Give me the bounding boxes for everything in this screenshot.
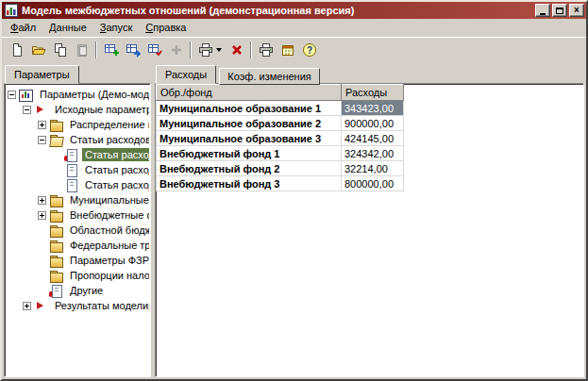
tree-item-other[interactable]: Другие bbox=[6, 283, 149, 298]
tree-item-root[interactable]: Параметры (Демо-модель-2. bbox=[6, 87, 149, 102]
copy-button[interactable] bbox=[49, 40, 71, 60]
tab-change-coefficients[interactable]: Коэф. изменения bbox=[219, 68, 320, 85]
tree-item-extrabudget-funds[interactable]: Внебюджетные фонд bbox=[6, 207, 149, 223]
expander-minus-icon[interactable] bbox=[23, 106, 31, 114]
grid-add-icon bbox=[104, 42, 119, 58]
tree-item-label: Пропорции налогов bbox=[67, 269, 149, 282]
new-button[interactable] bbox=[6, 40, 27, 60]
tab-parameters[interactable]: Параметры bbox=[5, 65, 79, 84]
expenses-panel: Обр./фонд Расходы Муниципальное образова… bbox=[155, 83, 584, 377]
document-icon bbox=[64, 164, 78, 176]
expander-plus-icon[interactable] bbox=[38, 211, 46, 220]
entity-cell[interactable]: Внебюджетный фонд 2 bbox=[157, 161, 342, 176]
tree-item-municipalities[interactable]: Муниципальные обра bbox=[6, 192, 149, 207]
expander-plus-icon[interactable] bbox=[38, 196, 46, 205]
table-row[interactable]: Внебюджетный фонд 3 800000,00 bbox=[157, 176, 404, 191]
menu-data[interactable]: Данные bbox=[42, 20, 93, 36]
table-row[interactable]: Муниципальное образование 1 343423,00 bbox=[157, 101, 404, 116]
tree-item-expense-article-2[interactable]: Статья расходов 2 bbox=[6, 162, 149, 177]
column-header-expenses[interactable]: Расходы bbox=[342, 85, 404, 101]
entity-cell[interactable]: Муниципальное образование 3 bbox=[157, 131, 342, 146]
window-title: Модель межбюджетных отношений (демонстра… bbox=[22, 5, 533, 16]
tree-item-model-results[interactable]: Результаты моделирован bbox=[6, 298, 149, 313]
expenses-cell[interactable]: 424145,00 bbox=[342, 131, 404, 146]
tree-item-expense-article-3[interactable]: Статья расходов 3 bbox=[6, 177, 149, 192]
toolbar-separator bbox=[250, 41, 252, 58]
red-x-icon bbox=[229, 42, 244, 58]
titlebar: Модель межбюджетных отношений (демонстра… bbox=[2, 2, 586, 19]
post-edit-button[interactable] bbox=[143, 40, 165, 60]
calendar-icon bbox=[280, 42, 295, 58]
entity-cell[interactable]: Муниципальное образование 2 bbox=[157, 116, 342, 131]
maximize-button[interactable] bbox=[552, 4, 567, 17]
tree-item-label: Параметры ФЗР bbox=[67, 254, 149, 267]
menubar: Файл Данные Запуск Справка bbox=[2, 19, 586, 37]
open-button[interactable] bbox=[27, 40, 49, 60]
expenses-cell[interactable]: 32214,00 bbox=[342, 161, 404, 176]
export-button[interactable] bbox=[194, 40, 226, 60]
menu-help[interactable]: Справка bbox=[139, 20, 193, 36]
expander-minus-icon[interactable] bbox=[38, 136, 46, 144]
app-window: Модель межбюджетных отношений (демонстра… bbox=[0, 0, 588, 381]
close-button[interactable]: × bbox=[569, 4, 584, 17]
menu-file[interactable]: Файл bbox=[4, 20, 42, 36]
minimize-button[interactable] bbox=[535, 4, 550, 17]
grid-post-icon bbox=[147, 42, 162, 58]
plus-icon bbox=[169, 42, 184, 58]
expenses-cell-selected[interactable]: 343423,00 bbox=[342, 101, 404, 116]
tree-item-label: Параметры (Демо-модель-2. bbox=[37, 88, 149, 101]
tree-item-expense-articles[interactable]: Статьи расходов bbox=[6, 132, 149, 147]
tree-item-tax-proportions[interactable]: Пропорции налогов bbox=[6, 268, 149, 283]
table-row[interactable]: Муниципальное образование 3 424145,00 bbox=[157, 131, 404, 146]
tree-item-label: Результаты моделирован bbox=[52, 299, 149, 312]
tree-item-label: Федеральные трансф bbox=[67, 239, 149, 252]
tab-expenses[interactable]: Расходы bbox=[156, 65, 216, 84]
folder-icon bbox=[49, 209, 63, 222]
expenses-cell[interactable]: 800000,00 bbox=[342, 176, 404, 191]
tree-item-regional-budget[interactable]: Областной бюджет bbox=[6, 223, 149, 238]
copy-pages-icon bbox=[53, 42, 68, 58]
column-header-entity[interactable]: Обр./фонд bbox=[157, 85, 342, 101]
folder-icon bbox=[49, 224, 63, 237]
schedule-button[interactable] bbox=[277, 40, 298, 60]
menu-run[interactable]: Запуск bbox=[93, 20, 139, 36]
tree-item-federal-transfers[interactable]: Федеральные трансф bbox=[6, 238, 149, 253]
table-row[interactable]: Внебюджетный фонд 1 324342,00 bbox=[157, 146, 404, 161]
tree-item-fzr-params[interactable]: Параметры ФЗР bbox=[6, 253, 149, 268]
tree-item-source-params[interactable]: Исходные параметры bbox=[6, 102, 149, 117]
dropdown-caret-icon bbox=[216, 48, 222, 52]
entity-cell[interactable]: Внебюджетный фонд 1 bbox=[157, 146, 342, 161]
tree-item-label: Исходные параметры bbox=[52, 103, 149, 116]
add-record-button[interactable] bbox=[100, 40, 122, 60]
folder-icon bbox=[49, 270, 63, 282]
app-icon bbox=[5, 4, 18, 17]
table-row[interactable]: Внебюджетный фонд 2 32214,00 bbox=[157, 161, 404, 176]
tree-item-expense-article-1[interactable]: Статья расходов bbox=[6, 147, 149, 162]
paste-button[interactable] bbox=[71, 40, 92, 60]
toolbar-separator bbox=[190, 41, 192, 58]
folder-icon bbox=[49, 119, 63, 131]
svg-text:?: ? bbox=[306, 44, 311, 55]
tree-item-label: Другие bbox=[67, 284, 106, 297]
expander-plus-icon[interactable] bbox=[38, 121, 46, 129]
entity-cell[interactable]: Внебюджетный фонд 3 bbox=[157, 176, 342, 191]
expenses-cell[interactable]: 324342,00 bbox=[342, 146, 404, 161]
folder-icon bbox=[49, 194, 63, 207]
model-icon bbox=[19, 89, 33, 101]
table-row[interactable]: Муниципальное образование 2 900000,00 bbox=[157, 116, 404, 131]
expander-minus-icon[interactable] bbox=[8, 91, 16, 99]
expenses-pane: Расходы Коэф. изменения Обр./фонд Расход… bbox=[155, 64, 584, 377]
expenses-cell[interactable]: 900000,00 bbox=[342, 116, 404, 131]
grid-wrap: Обр./фонд Расходы Муниципальное образова… bbox=[156, 84, 583, 191]
tree-item-tax-distribution[interactable]: Распределение налог bbox=[6, 117, 149, 132]
delete-button[interactable] bbox=[226, 40, 247, 60]
refresh-button[interactable] bbox=[122, 40, 143, 60]
expander-plus-icon[interactable] bbox=[23, 302, 31, 310]
question-icon: ? bbox=[302, 42, 317, 58]
help-button[interactable]: ? bbox=[298, 40, 320, 60]
printer-dropdown-icon bbox=[198, 42, 213, 58]
parameters-pane: Параметры Параметры (Демо-модель-2. Исхо… bbox=[4, 64, 151, 377]
print-button[interactable] bbox=[255, 40, 277, 60]
insert-button[interactable] bbox=[165, 40, 187, 60]
entity-cell[interactable]: Муниципальное образование 1 bbox=[157, 101, 342, 116]
